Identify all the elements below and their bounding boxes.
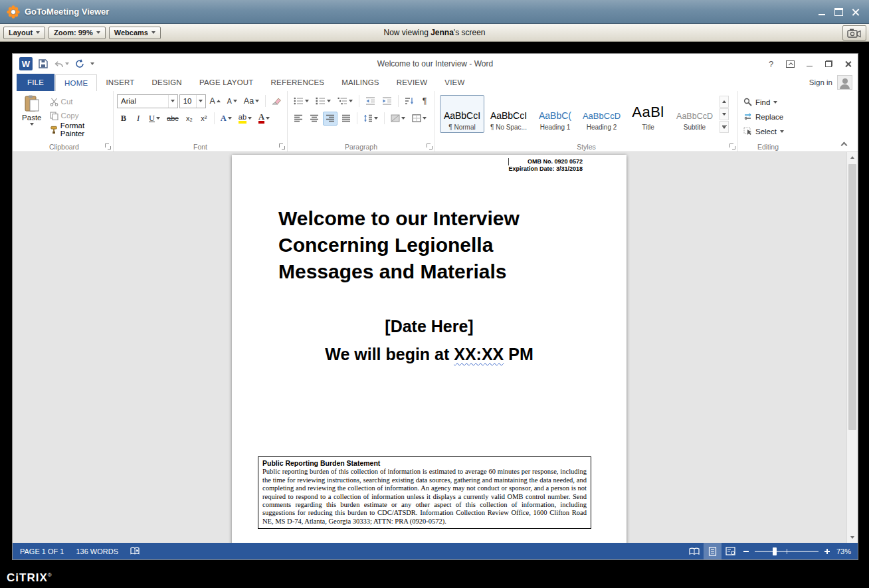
word-app-icon[interactable]: W: [19, 57, 33, 70]
line-spacing-button[interactable]: [361, 112, 381, 126]
webcams-dropdown[interactable]: Webcams: [109, 27, 161, 39]
styles-scroll-down-button[interactable]: [720, 108, 729, 120]
styles-dialog-launcher[interactable]: [729, 143, 735, 149]
grow-font-button[interactable]: A: [207, 94, 223, 108]
web-layout-button[interactable]: [722, 543, 739, 559]
layout-dropdown[interactable]: Layout: [3, 27, 45, 39]
grow-font-glyph: A: [210, 96, 215, 106]
cut-button[interactable]: Cut: [48, 95, 110, 108]
scroll-down-button[interactable]: [847, 532, 858, 543]
style-no-spacing[interactable]: AaBbCcI ¶ No Spac...: [486, 95, 531, 133]
collapse-ribbon-button[interactable]: [838, 140, 850, 149]
styles-scroll-up-button[interactable]: [720, 96, 729, 108]
clear-formatting-button[interactable]: [269, 94, 284, 108]
numbering-button[interactable]: [313, 94, 334, 108]
gtm-maximize-button[interactable]: [834, 8, 843, 16]
zoom-dropdown[interactable]: Zoom: 99%: [48, 27, 106, 39]
bold-button[interactable]: B: [117, 112, 130, 126]
zoom-slider[interactable]: [755, 551, 819, 552]
shrink-font-button[interactable]: A: [225, 94, 240, 108]
style-subtitle[interactable]: AaBbCcD Subtitle: [672, 95, 717, 133]
page-indicator[interactable]: PAGE 1 OF 1: [14, 543, 70, 559]
style-heading-1[interactable]: AaBbC( Heading 1: [533, 95, 577, 133]
scroll-up-button[interactable]: [847, 152, 858, 163]
clipboard-dialog-launcher[interactable]: [104, 143, 111, 149]
style-title[interactable]: AaBl Title: [626, 95, 670, 133]
shading-button[interactable]: [388, 112, 408, 126]
sign-in-link[interactable]: Sign in: [809, 74, 832, 91]
styles-more-button[interactable]: [720, 121, 729, 133]
tab-file[interactable]: FILE: [17, 74, 54, 91]
tab-home[interactable]: HOME: [55, 74, 97, 92]
document-page[interactable]: OMB No. 0920 0572 Expiration Date: 3/31/…: [232, 155, 627, 543]
font-name-combo[interactable]: Arial: [117, 94, 178, 108]
italic-button[interactable]: I: [132, 112, 145, 126]
zoom-slider-thumb[interactable]: [773, 547, 777, 555]
chevron-down-icon[interactable]: [168, 95, 177, 108]
subscript-button[interactable]: x₂: [183, 112, 196, 126]
style-normal[interactable]: AaBbCcI ¶ Normal: [440, 95, 484, 133]
align-right-button[interactable]: [323, 112, 338, 126]
print-layout-button[interactable]: [704, 543, 722, 559]
word-close-button[interactable]: [838, 54, 858, 73]
tab-page-layout[interactable]: PAGE LAYOUT: [191, 74, 262, 91]
undo-dropdown-arrow-icon[interactable]: [65, 62, 69, 65]
tab-review[interactable]: REVIEW: [388, 74, 436, 91]
paste-button[interactable]: Paste: [19, 94, 45, 136]
undo-button[interactable]: [54, 60, 69, 68]
chevron-down-icon: [255, 100, 259, 102]
change-case-button[interactable]: Aa: [241, 94, 262, 108]
justify-button[interactable]: [339, 112, 353, 126]
read-mode-button[interactable]: [686, 543, 704, 559]
borders-button[interactable]: [409, 112, 429, 126]
repeat-button[interactable]: [75, 59, 84, 68]
camera-button[interactable]: [842, 25, 866, 41]
increase-indent-button[interactable]: [379, 94, 395, 108]
avatar[interactable]: [837, 75, 852, 90]
select-button[interactable]: Select: [741, 124, 795, 138]
word-minimize-button[interactable]: [800, 54, 819, 73]
zoom-percentage[interactable]: 73%: [834, 547, 856, 555]
style-heading-2[interactable]: AaBbCcD Heading 2: [579, 95, 624, 133]
tab-view[interactable]: VIEW: [436, 74, 473, 91]
bullets-button[interactable]: [291, 94, 312, 108]
gtm-minimize-button[interactable]: [818, 8, 826, 16]
highlight-color-button[interactable]: ab: [236, 112, 254, 126]
decrease-indent-button[interactable]: [363, 94, 378, 108]
replace-button[interactable]: Replace: [741, 110, 795, 124]
customize-qat-button[interactable]: [90, 62, 94, 65]
chevron-down-icon[interactable]: [196, 95, 205, 108]
tab-insert[interactable]: INSERT: [97, 74, 143, 91]
superscript-button[interactable]: x²: [197, 112, 211, 126]
sort-button[interactable]: [402, 94, 417, 108]
font-color-button[interactable]: A: [256, 112, 272, 126]
strikethrough-button[interactable]: abc: [164, 112, 181, 126]
tab-mailings[interactable]: MAILINGS: [333, 74, 388, 91]
paste-dropdown-arrow-icon[interactable]: [30, 123, 34, 126]
multilevel-list-button[interactable]: [335, 94, 355, 108]
scrollbar-thumb[interactable]: [848, 164, 856, 430]
save-button[interactable]: [39, 59, 48, 68]
show-hide-marks-button[interactable]: ¶: [418, 94, 431, 108]
font-size-combo[interactable]: 10: [179, 94, 206, 108]
align-left-button[interactable]: [291, 112, 306, 126]
zoom-out-button[interactable]: [739, 543, 753, 559]
text-effects-button[interactable]: A: [218, 112, 235, 126]
find-button[interactable]: Find: [741, 95, 795, 109]
word-restore-button[interactable]: [819, 54, 838, 73]
vertical-scrollbar[interactable]: [846, 152, 858, 543]
align-center-button[interactable]: [307, 112, 322, 126]
tab-design[interactable]: DESIGN: [144, 74, 191, 91]
font-dialog-launcher[interactable]: [278, 143, 285, 149]
paragraph-dialog-launcher[interactable]: [426, 143, 433, 149]
zoom-in-button[interactable]: [821, 543, 834, 559]
help-button[interactable]: ?: [761, 54, 781, 73]
format-painter-button[interactable]: Format Painter: [48, 123, 110, 136]
underline-button[interactable]: U: [146, 112, 163, 126]
copy-button[interactable]: Copy: [48, 109, 110, 122]
word-count[interactable]: 136 WORDS: [70, 543, 124, 559]
ribbon-display-options-button[interactable]: [781, 54, 800, 73]
proofing-status-button[interactable]: [124, 543, 146, 559]
gtm-close-button[interactable]: [851, 8, 860, 16]
tab-references[interactable]: REFERENCES: [262, 74, 334, 91]
